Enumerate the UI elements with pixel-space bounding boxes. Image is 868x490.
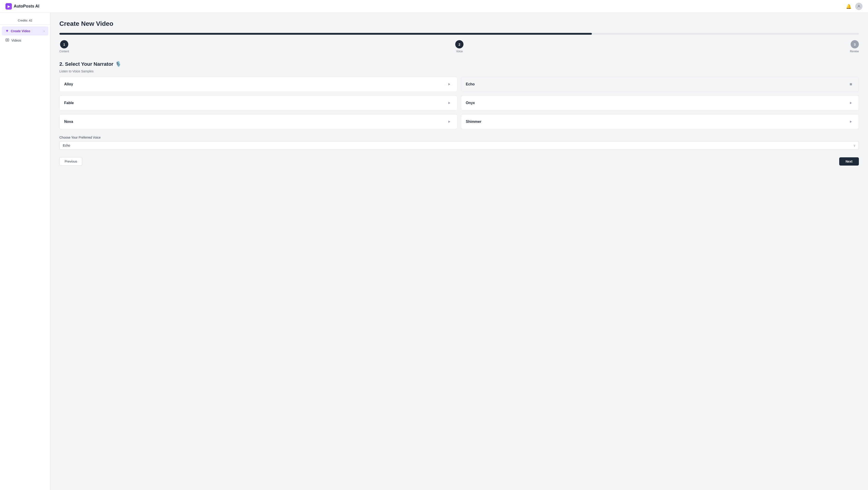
choose-voice-label: Choose Your Preferred Voice xyxy=(59,136,859,139)
voice-card-echo[interactable]: Echo xyxy=(461,77,859,92)
section-title: 2. Select Your Narrator 🎙️ xyxy=(59,61,859,67)
main-content: Create New Video 1 Content 2 Voice xyxy=(50,13,868,490)
chevron-right-icon: › xyxy=(43,29,44,33)
voice-name-fable: Fable xyxy=(64,101,74,105)
svg-marker-2 xyxy=(448,83,450,86)
play-button-alloy[interactable] xyxy=(446,81,453,88)
svg-rect-3 xyxy=(850,83,852,85)
app-logo: ▶ AutoPosts AI xyxy=(5,3,39,9)
svg-point-0 xyxy=(858,5,859,6)
step-3-number: 3 xyxy=(854,42,856,46)
progress-bar-container xyxy=(59,33,859,35)
voice-card-alloy[interactable]: Alloy xyxy=(59,77,457,92)
logo-icon: ▶ xyxy=(5,3,12,9)
section-title-text: 2. Select Your Narrator xyxy=(59,61,113,67)
previous-button[interactable]: Previous xyxy=(59,157,82,166)
sidebar-item-videos[interactable]: Videos xyxy=(2,36,48,45)
play-button-nova[interactable] xyxy=(446,119,453,125)
page-title: Create New Video xyxy=(59,20,859,27)
svg-rect-1 xyxy=(6,39,9,41)
voice-card-fable[interactable]: Fable xyxy=(59,95,457,110)
step-2-number: 2 xyxy=(459,42,460,46)
listen-samples-label: Listen to Voice Samples xyxy=(59,69,859,73)
progress-bar-fill xyxy=(59,33,592,35)
steps-row: 1 Content 2 Voice 3 Review xyxy=(59,40,859,53)
step-1-circle: 1 xyxy=(60,40,68,48)
step-3: 3 Review xyxy=(850,40,859,53)
svg-marker-5 xyxy=(850,102,852,104)
voice-select-wrapper: Echo Alloy Fable Nova Onyx Shimmer ∨ xyxy=(59,141,859,150)
nav-buttons: Previous Next xyxy=(59,157,859,166)
play-button-shimmer[interactable] xyxy=(848,119,854,125)
app-name: AutoPosts AI xyxy=(14,4,39,9)
header-right: 🔔 xyxy=(846,3,863,10)
voice-name-nova: Nova xyxy=(64,120,73,124)
voice-name-echo: Echo xyxy=(466,82,475,86)
next-button[interactable]: Next xyxy=(839,157,859,166)
step-2-label: Voice xyxy=(456,50,463,53)
voice-name-onyx: Onyx xyxy=(466,101,475,105)
svg-marker-7 xyxy=(850,121,852,123)
voice-grid: Alloy Echo Fable Onyx xyxy=(59,77,859,129)
svg-marker-4 xyxy=(448,102,450,104)
step-3-circle: 3 xyxy=(850,40,859,48)
step-2-circle: 2 xyxy=(455,40,463,48)
step-1-label: Content xyxy=(59,50,69,53)
videos-icon xyxy=(5,38,9,43)
voice-card-onyx[interactable]: Onyx xyxy=(461,95,859,110)
sidebar-create-video-label: Create Video xyxy=(11,29,30,33)
stop-button-echo[interactable] xyxy=(848,81,854,88)
svg-marker-6 xyxy=(448,121,450,123)
voice-card-nova[interactable]: Nova xyxy=(59,114,457,129)
sidebar-videos-label: Videos xyxy=(11,39,21,42)
voice-name-shimmer: Shimmer xyxy=(466,120,481,124)
credits-display: Credits: 42 xyxy=(0,17,50,25)
bell-icon[interactable]: 🔔 xyxy=(846,4,851,9)
sidebar: Credits: 42 ✦ Create Video › Videos xyxy=(0,13,50,490)
play-button-fable[interactable] xyxy=(446,100,453,106)
create-video-icon: ✦ xyxy=(5,29,8,33)
voice-name-alloy: Alloy xyxy=(64,82,73,86)
app-header: ▶ AutoPosts AI 🔔 xyxy=(0,0,868,13)
step-3-label: Review xyxy=(850,50,859,53)
step-1: 1 Content xyxy=(59,40,69,53)
step-1-number: 1 xyxy=(63,42,65,46)
avatar[interactable] xyxy=(855,3,863,10)
voice-select[interactable]: Echo Alloy Fable Nova Onyx Shimmer xyxy=(59,141,859,150)
step-2: 2 Voice xyxy=(455,40,463,53)
sidebar-item-create-video[interactable]: ✦ Create Video › xyxy=(2,27,48,35)
play-button-onyx[interactable] xyxy=(848,100,854,106)
voice-card-shimmer[interactable]: Shimmer xyxy=(461,114,859,129)
microphone-icon: 🎙️ xyxy=(115,61,121,67)
